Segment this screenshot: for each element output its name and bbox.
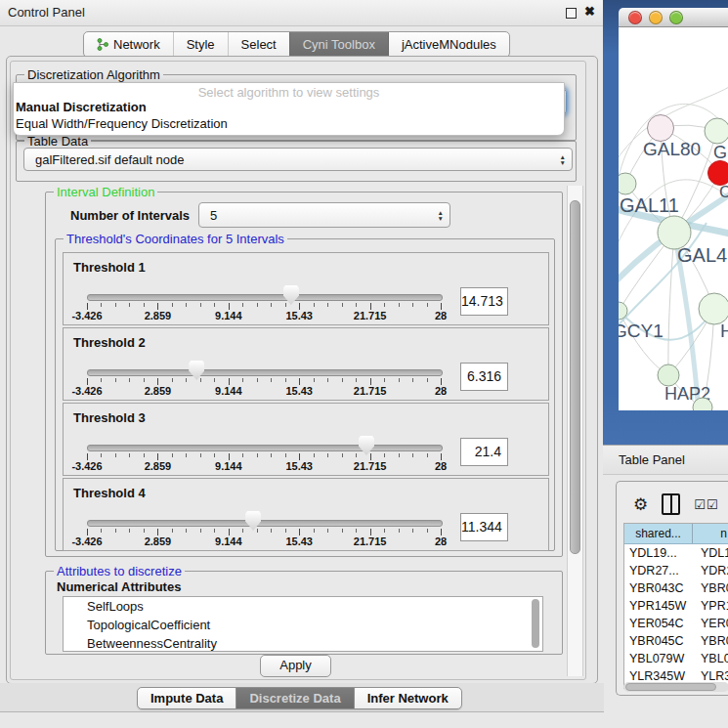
network-node-GAL11[interactable] <box>619 173 636 194</box>
cell-shared-name[interactable]: YDR27... <box>624 562 692 579</box>
checkbox-icons[interactable]: ☑☑ <box>694 498 718 511</box>
cell-shared-name[interactable]: YDL19... <box>624 544 692 562</box>
table-row[interactable]: YDR27...YDR2 <box>624 562 728 579</box>
column-header-name[interactable]: n <box>693 524 728 543</box>
threshold-1-slider-thumb[interactable] <box>283 285 299 305</box>
table-panel-title: Table Panel <box>619 452 685 467</box>
tab-style-label: Style <box>187 37 215 52</box>
table-body: YDL19...YDL1YDR27...YDR2YBR043CYBR0YPR14… <box>624 544 728 689</box>
apply-button[interactable]: Apply <box>260 655 331 677</box>
slider-tick-label: 15.43 <box>285 460 313 472</box>
cell-name[interactable]: YDR2 <box>692 562 728 579</box>
threshold-3-panel: Threshold 3 -3.4262.8599.14415.4321.7152… <box>63 403 549 476</box>
threshold-1-panel: Threshold 1 -3.4262.8599.14415.4321.7152… <box>63 252 549 325</box>
slider-tick-label: 15.43 <box>285 310 313 321</box>
slider-tick-label: 28 <box>435 535 447 547</box>
slider-tick-label: -3.426 <box>71 310 102 321</box>
list-item[interactable]: SelfLoops <box>64 597 542 616</box>
minimize-traffic-light[interactable] <box>649 11 663 24</box>
slider-tick-label: -3.426 <box>71 535 102 547</box>
table-hscrollbar-track[interactable] <box>623 682 728 692</box>
algorithm-option-equal-width[interactable]: Equal Width/Frequency Discretization <box>16 116 564 132</box>
network-node-red-node[interactable] <box>708 161 728 186</box>
table-panel-titlebar: Table Panel <box>603 445 728 475</box>
algorithm-dropdown-popup: Select algorithm to view settings Manual… <box>13 82 565 136</box>
cell-name[interactable]: YBR0 <box>692 579 728 597</box>
threshold-4-slider-thumb[interactable] <box>245 511 261 531</box>
cell-shared-name[interactable]: YPR145W <box>624 597 692 615</box>
threshold-2-slider-track[interactable] <box>87 369 443 376</box>
table-row[interactable]: YBR045CYBR0 <box>624 632 728 650</box>
tab-network[interactable]: Network <box>84 32 173 57</box>
threshold-2-value-field[interactable]: 6.316 <box>460 363 508 391</box>
slider-tick-label: 15.43 <box>285 385 313 397</box>
cell-name[interactable]: YER0 <box>692 615 728 632</box>
table-row[interactable]: YBR043CYBR0 <box>624 579 728 597</box>
tab-impute-data[interactable]: Impute Data <box>138 688 236 708</box>
list-scrollbar[interactable] <box>532 599 539 648</box>
float-window-icon[interactable] <box>566 8 577 19</box>
cell-name[interactable]: YDL1 <box>692 544 728 562</box>
panel-scrollbar-track[interactable] <box>567 186 583 676</box>
close-icon[interactable]: ✖ <box>584 4 595 19</box>
tab-impute-data-label: Impute Data <box>150 691 223 706</box>
table-data-combobox-value: galFiltered.sif default node <box>35 152 184 167</box>
cell-shared-name[interactable]: YER054C <box>624 615 692 632</box>
tab-jactivemnodules[interactable]: jActiveMNodules <box>388 32 509 57</box>
threshold-4-value-field[interactable]: 11.344 <box>460 513 508 541</box>
stepper-icon: ▲▼ <box>438 210 444 221</box>
column-header-shared-name[interactable]: shared... <box>624 524 693 543</box>
threshold-2-slider-thumb[interactable] <box>189 361 204 380</box>
zoom-traffic-light[interactable] <box>669 11 683 24</box>
slider-tick-label: 2.859 <box>145 310 172 321</box>
table-row[interactable]: YPR145WYPR1 <box>624 597 728 615</box>
table-row[interactable]: YBL079WYBL0 <box>624 650 728 667</box>
panel-scrollbar-thumb[interactable] <box>570 200 580 554</box>
tab-infer-network[interactable]: Infer Network <box>354 688 461 708</box>
node-label-G-node: G <box>713 143 727 162</box>
algorithm-option-manual[interactable]: Manual Discretization <box>16 100 564 115</box>
slider-tick-label: 9.144 <box>215 310 242 321</box>
cell-shared-name[interactable]: YBR043C <box>624 579 692 597</box>
threshold-3-slider-thumb[interactable] <box>359 436 374 455</box>
network-node-G-node[interactable] <box>705 118 728 144</box>
table-data-combobox[interactable]: galFiltered.sif default node ▲▼ <box>23 148 573 171</box>
cell-shared-name[interactable]: YBL079W <box>624 650 692 667</box>
cell-name[interactable]: YPR1 <box>692 597 728 615</box>
threshold-1-value-field[interactable]: 14.713 <box>460 287 508 316</box>
slider-tick-label: 9.144 <box>215 460 242 472</box>
gear-icon[interactable]: ⚙ <box>633 496 648 513</box>
network-window-titlebar[interactable] <box>619 8 728 27</box>
cell-shared-name[interactable]: YBR045C <box>624 632 692 650</box>
tab-style[interactable]: Style <box>173 32 228 57</box>
table-hscrollbar-thumb[interactable] <box>625 683 716 691</box>
tab-discretize-data[interactable]: Discretize Data <box>236 688 353 708</box>
close-traffic-light[interactable] <box>628 11 642 24</box>
tab-select[interactable]: Select <box>228 32 289 57</box>
list-item[interactable]: BetweennessCentrality <box>64 634 542 652</box>
threshold-3-slider-track[interactable] <box>87 445 443 451</box>
threshold-1-slider-track[interactable] <box>87 294 443 301</box>
table-row[interactable]: YER054CYER0 <box>624 615 728 632</box>
node-label-H-node: H <box>720 321 728 341</box>
threshold-3-value-field[interactable]: 21.4 <box>460 438 508 466</box>
column-layout-icon[interactable] <box>662 493 680 515</box>
number-of-intervals-combobox[interactable]: 5 ▲▼ <box>198 202 450 228</box>
node-label-GAL80: GAL80 <box>643 139 701 159</box>
network-node-HAP2[interactable] <box>658 364 679 386</box>
network-node-GAL80[interactable] <box>648 115 674 142</box>
table-row[interactable]: YDL19...YDL1 <box>624 544 728 562</box>
list-item[interactable]: TopologicalCoefficient <box>64 616 542 634</box>
number-of-intervals-label: Number of Intervals <box>70 208 190 223</box>
tab-cyni-toolbox[interactable]: Cyni Toolbox <box>289 32 388 57</box>
threshold-4-label: Threshold 4 <box>73 486 146 500</box>
node-label-GCY1: GCY1 <box>619 321 664 341</box>
slider-tick-label: 2.859 <box>145 385 172 397</box>
threshold-4-slider-track[interactable] <box>87 520 443 527</box>
network-canvas[interactable]: GAL80GCGAL11GAL4GCY1HHAP2 <box>619 27 728 410</box>
cell-name[interactable]: YBL0 <box>692 650 728 667</box>
table-header-row: shared... n <box>624 524 728 544</box>
interval-definition-group-title: Interval Definition <box>54 185 157 199</box>
cell-name[interactable]: YBR0 <box>692 632 728 650</box>
threshold-3-label: Threshold 3 <box>73 410 146 425</box>
